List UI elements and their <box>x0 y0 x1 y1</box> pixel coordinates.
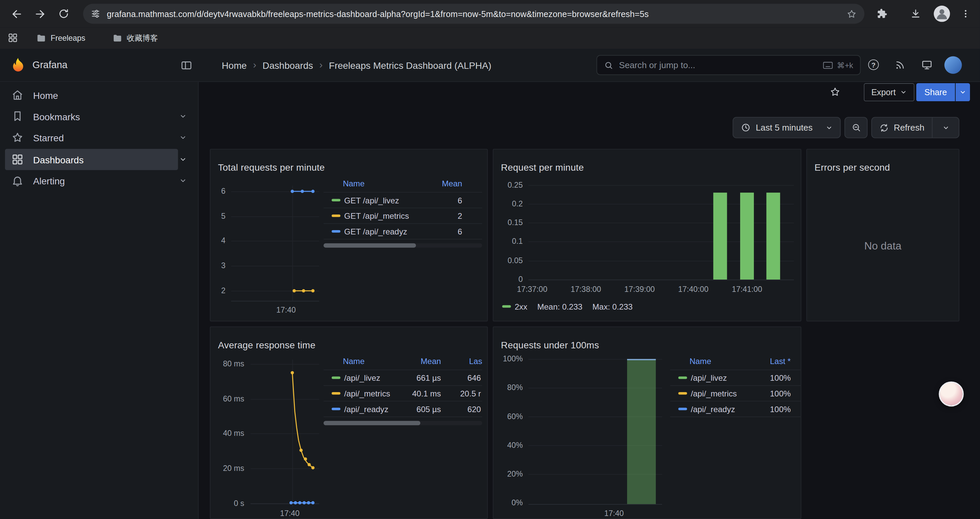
sidebar-item-dashboards[interactable]: Dashboards <box>0 149 198 170</box>
legend-col-last[interactable]: Last * <box>770 356 791 366</box>
legend-col-name[interactable]: Name <box>343 179 364 188</box>
legend-col-mean[interactable]: Mean <box>421 356 441 366</box>
bar-under-100ms <box>627 359 656 504</box>
share-button[interactable]: Share <box>916 83 955 101</box>
zoom-out-icon <box>851 123 861 133</box>
breadcrumb-dashboards[interactable]: Dashboards <box>262 60 313 70</box>
sidebar-item-home[interactable]: Home <box>0 85 198 106</box>
bar-2xx <box>740 193 754 279</box>
y-tick: 0.05 <box>498 257 523 265</box>
y-tick: 5 <box>214 212 226 221</box>
refresh-label: Refresh <box>894 123 924 133</box>
legend-row: /api/_livez 661 µs 646 <box>323 370 482 385</box>
legend-scrollbar-thumb[interactable] <box>323 421 420 425</box>
assistant-avatar[interactable] <box>939 382 964 406</box>
extensions-button[interactable] <box>873 5 891 22</box>
panel-title[interactable]: Requests under 100ms <box>501 340 599 351</box>
back-button[interactable] <box>7 5 25 22</box>
help-button[interactable]: ? <box>868 59 879 70</box>
series-swatch-yellow <box>332 214 340 217</box>
panel-title[interactable]: Errors per second <box>815 162 890 173</box>
legend-scrollbar[interactable] <box>323 421 482 425</box>
legend-series-name[interactable]: /api/_metrics <box>344 389 390 398</box>
browser-menu-button[interactable] <box>957 5 974 22</box>
sidebar-item-alerting[interactable]: Alerting <box>0 170 198 192</box>
grafana-logo[interactable] <box>10 57 26 73</box>
chevron-down-icon[interactable] <box>179 156 186 163</box>
legend-table: Name Mean Las /api/_livez 661 µs 646 /ap… <box>323 355 482 430</box>
kiosk-mode-button[interactable] <box>921 59 932 71</box>
bookmark-item-freeleaps[interactable]: Freeleaps <box>37 31 85 46</box>
legend-series-name[interactable]: GET /api/_readyz <box>344 227 407 236</box>
sidebar-item-bookmarks[interactable]: Bookmarks <box>0 105 198 127</box>
bookmark-star-icon[interactable] <box>846 8 857 19</box>
arrow-right-icon <box>34 8 46 20</box>
bookmark-icon <box>11 110 24 123</box>
panel-title[interactable]: Request per minute <box>501 162 584 173</box>
rss-icon <box>894 59 905 71</box>
legend-col-name[interactable]: Name <box>343 356 364 366</box>
bell-icon <box>11 174 24 187</box>
grafana-brand: Grafana <box>32 49 67 81</box>
legend-series-name[interactable]: 2xx <box>515 302 527 311</box>
legend-scrollbar-thumb[interactable] <box>323 243 416 248</box>
legend-series-name[interactable]: /api/_livez <box>344 373 380 382</box>
legend-series-name[interactable]: GET /api/_metrics <box>344 211 409 220</box>
series-swatch-green <box>332 199 340 201</box>
user-avatar[interactable] <box>944 56 962 74</box>
zoom-out-button[interactable] <box>845 117 868 138</box>
y-tick: 60 ms <box>215 395 244 404</box>
panel-title[interactable]: Average response time <box>218 340 315 351</box>
panel-title[interactable]: Total requests per minute <box>218 162 325 173</box>
legend-table: Name Mean GET /api/_livez 6 GET /api/_me… <box>323 177 482 252</box>
legend-series-name[interactable]: GET /api/_livez <box>344 195 399 205</box>
chevron-down-icon[interactable] <box>179 177 186 184</box>
apps-grid-button[interactable] <box>7 32 18 43</box>
site-settings-icon[interactable] <box>91 9 101 19</box>
x-tick: 17:40 <box>597 509 631 517</box>
screen: grafana.mathmast.com/d/deytv4rwavabkb/fr… <box>0 0 980 519</box>
legend-series-name[interactable]: /api/_readyz <box>344 404 388 414</box>
legend-col-last[interactable]: Las <box>469 356 482 366</box>
browser-toolbar: grafana.mathmast.com/d/deytv4rwavabkb/fr… <box>0 0 980 27</box>
legend-table: Name Last * /api/_livez 100% /api/_metri… <box>670 355 801 430</box>
refresh-button[interactable]: Refresh <box>872 118 932 137</box>
favorite-dashboard-button[interactable] <box>830 86 841 97</box>
legend-series-name[interactable]: /api/_metrics <box>691 389 737 398</box>
arrow-left-icon <box>10 8 22 20</box>
chevron-down-icon[interactable] <box>179 134 186 141</box>
panel-total-requests-per-minute: Total requests per minute 6 5 4 3 2 17:4… <box>210 149 488 322</box>
news-button[interactable] <box>894 59 905 71</box>
sidebar-item-starred[interactable]: Starred <box>0 127 198 148</box>
chevron-down-icon[interactable] <box>179 113 186 120</box>
legend-max: Max: 0.233 <box>592 302 632 311</box>
legend-last-value: 100% <box>770 389 791 398</box>
downloads-button[interactable] <box>907 5 924 22</box>
share-menu-button[interactable] <box>956 83 970 101</box>
chevron-down-icon <box>826 124 832 131</box>
legend-col-mean[interactable]: Mean <box>442 179 462 188</box>
address-bar[interactable]: grafana.mathmast.com/d/deytv4rwavabkb/fr… <box>83 4 864 24</box>
breadcrumb-home[interactable]: Home <box>222 60 247 70</box>
y-tick: 20 ms <box>215 464 244 473</box>
legend-series-name[interactable]: /api/_readyz <box>691 404 735 414</box>
refresh-icon <box>879 123 889 132</box>
profile-avatar[interactable] <box>934 6 950 22</box>
legend-col-name[interactable]: Name <box>689 356 711 366</box>
sidebar-toggle-button[interactable] <box>180 59 192 72</box>
legend-last-value: 100% <box>770 373 791 382</box>
export-button[interactable]: Export <box>864 83 915 101</box>
refresh-interval-button[interactable] <box>932 118 959 137</box>
legend-series-name[interactable]: /api/_livez <box>691 373 727 382</box>
time-range-picker[interactable]: Last 5 minutes <box>732 117 841 138</box>
y-tick: 0.25 <box>498 181 523 189</box>
forward-button[interactable] <box>31 5 49 22</box>
series-swatch-yellow <box>332 392 340 394</box>
reload-button[interactable] <box>55 5 72 22</box>
download-icon <box>910 8 921 19</box>
x-tick: 17:37:00 <box>512 285 552 294</box>
search-input[interactable]: Search or jump to... ⌘+k <box>597 55 861 75</box>
legend-scrollbar[interactable] <box>323 243 482 248</box>
bookmark-item-blog[interactable]: 收藏博客 <box>112 31 158 46</box>
refresh-button-group: Refresh <box>871 117 959 138</box>
